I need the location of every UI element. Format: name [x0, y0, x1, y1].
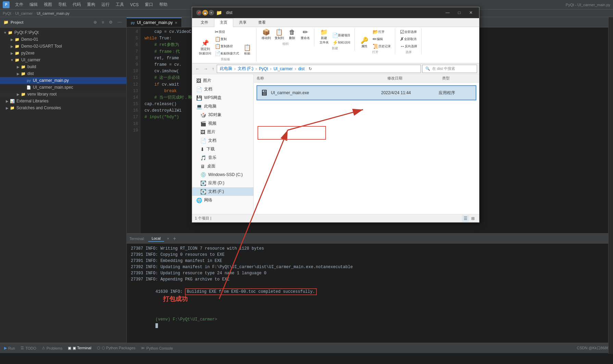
fe-copyto-btn[interactable]: 📋 复制到 [273, 28, 285, 41]
fe-minimize-btn[interactable]: — [442, 9, 453, 16]
fe-view-tiles-btn[interactable]: ⊞ [470, 215, 476, 222]
tree-demo01[interactable]: ▶ 📁 Demo-01 [0, 36, 126, 43]
fe-nav-wps[interactable]: 💾 WPS网盘 [192, 93, 253, 102]
fe-select-none-btn[interactable]: ✗ 全部取消 [399, 36, 418, 42]
tree-dist[interactable]: ▶ 📁 dist [0, 70, 126, 77]
status-problems[interactable]: ⚠ Problems [42, 346, 62, 350]
sidebar-collapse-btn[interactable]: ≡ [100, 19, 105, 25]
tree-external-libs[interactable]: ▶ 📊 External Libraries [0, 98, 126, 104]
fe-copy-btn[interactable]: 📋 复制 [213, 36, 240, 42]
fe-nav-docs[interactable]: 📄 文档 [192, 85, 253, 93]
fe-nav-music[interactable]: 🎵 音乐 [192, 153, 253, 162]
tree-main-py[interactable]: py UI_carmer_main.py [0, 77, 126, 84]
fe-path-bar[interactable]: 此电脑 › 文档 (F:) › PyQt › UI_carmer › dist … [217, 65, 421, 73]
fe-nav-video[interactable]: 🎬 视频 [192, 119, 253, 128]
fe-rename-btn[interactable]: ✏ 重命名 [299, 28, 311, 41]
fe-col-type[interactable]: 类型 [442, 76, 476, 81]
fe-path-docs[interactable]: 文档 (F:) [238, 66, 253, 72]
tree-demo02[interactable]: ▶ 📁 Demo-02-USART Tool [0, 43, 126, 50]
fe-easy-access-btn[interactable]: ⚡ 轻松访问 [331, 39, 352, 46]
fe-history-btn[interactable]: 📜 历史记录 [371, 43, 392, 49]
menu-refactor[interactable]: 重构 [84, 1, 98, 8]
terminal-add-btn[interactable]: + [171, 235, 178, 242]
sidebar-settings-btn[interactable]: ⚙ [108, 19, 114, 25]
fe-path-dist[interactable]: dist [298, 66, 305, 71]
menu-file[interactable]: 文件 [12, 1, 26, 8]
fe-edit-btn[interactable]: ✏ 编辑 [371, 36, 392, 42]
tab-close-btn[interactable]: ✕ [175, 21, 177, 25]
fe-arrow-btn[interactable]: ▼ [209, 10, 214, 15]
status-python-packages[interactable]: ⬡ ⬡ Python Packages [97, 346, 136, 350]
tree-py2exe[interactable]: ▶ 📁 py2exe [0, 50, 126, 57]
fe-nav-docs2[interactable]: 📄 文档 [192, 136, 253, 145]
fe-nav-docs-drive[interactable]: 💽 文档 (F:) [192, 187, 253, 196]
fe-delete-btn[interactable]: 🗑 删除 [286, 28, 298, 41]
fe-view-details-btn[interactable]: ☰ [462, 215, 469, 222]
fe-tab-home[interactable]: 主页 [214, 18, 233, 27]
status-terminal[interactable]: ▣ ▣ Terminal [68, 346, 91, 350]
fe-nav-computer[interactable]: 💻 此电脑 [192, 102, 253, 111]
fe-tab-share[interactable]: 共享 [233, 18, 252, 27]
fe-pin-quick-btn[interactable]: 📌 固定到快速访问 [198, 39, 213, 57]
fe-nav-pics2[interactable]: 🖼 图片 [192, 128, 253, 136]
menu-navigate[interactable]: 导航 [55, 1, 69, 8]
status-run[interactable]: ▶ Run [4, 346, 15, 350]
fe-cut-btn[interactable]: ✂ 剪切 [213, 28, 240, 35]
tree-uicarmer[interactable]: ▼ 📁 UI_carmer [0, 57, 126, 63]
sidebar-locate-btn[interactable]: ⊕ [92, 19, 98, 25]
fe-forward-btn[interactable]: → [202, 66, 209, 72]
status-todo[interactable]: ☰ TODO [21, 346, 36, 350]
fe-path-pyqt[interactable]: PyQt [259, 66, 268, 71]
fe-close-btn[interactable]: ✕ [465, 9, 476, 16]
fe-save-btn[interactable]: 💾 [202, 10, 208, 15]
menu-vcs[interactable]: VCS [127, 2, 141, 8]
menu-edit[interactable]: 编辑 [27, 1, 40, 8]
menu-window[interactable]: 窗口 [142, 1, 156, 8]
fe-path-computer[interactable]: 此电脑 [220, 66, 232, 72]
fe-nav-windows-ssd[interactable]: 💿 Windows-SSD (C:) [192, 171, 253, 179]
fe-copy-path-btn[interactable]: 📋 复制路径 [213, 43, 240, 49]
fe-nav-app-drive[interactable]: 💽 应用 (D:) [192, 179, 253, 187]
tree-scratches[interactable]: ▶ 📁 Scratches and Consoles [0, 104, 126, 111]
fe-nav-3d[interactable]: 🎲 3D对象 [192, 111, 253, 119]
editor-tab-main[interactable]: py UI_carmer_main.py ✕ [127, 17, 182, 27]
fe-pin-btn[interactable]: 📌 [196, 10, 202, 15]
fe-new-item-btn[interactable]: 📄 新建项目 [331, 32, 352, 38]
fe-select-all-btn[interactable]: ☑ 全部选择 [399, 28, 418, 35]
fe-maximize-btn[interactable]: □ [454, 9, 465, 16]
menu-code[interactable]: 代码 [70, 1, 84, 8]
status-python-console[interactable]: ≫ Python Console [141, 346, 173, 350]
fe-tab-file[interactable]: 文件 [195, 18, 214, 27]
fe-nav-download[interactable]: ⬇ 下载 [192, 145, 253, 153]
fe-back-btn[interactable]: ← [194, 66, 201, 72]
sidebar-gear-btn[interactable]: ⋯ [116, 19, 123, 25]
fe-search-box[interactable]: 🔍 在 dist 中搜索 [422, 65, 477, 73]
fe-up-btn[interactable]: ↑ [211, 66, 215, 72]
menu-run[interactable]: 运行 [99, 1, 112, 8]
terminal-content[interactable]: 27387 INFO: Writing RT_ICON 7 resource w… [127, 243, 613, 343]
fe-col-name[interactable]: 名称 [257, 76, 387, 81]
menu-help[interactable]: 帮助 [157, 1, 170, 8]
fe-refresh-btn[interactable]: ↻ [307, 66, 313, 72]
menu-tools[interactable]: 工具 [113, 1, 127, 8]
fe-moveto-btn[interactable]: 📦 移动到 [260, 28, 272, 41]
fe-path-uicarmer[interactable]: UI_carmer [274, 66, 293, 71]
fe-nav-desktop[interactable]: 🖥 桌面 [192, 162, 253, 171]
breadcrumb-pyqt[interactable]: PyQt [3, 11, 11, 15]
tree-main-spec[interactable]: 📄 UI_carmer_main.spec [0, 84, 126, 91]
tree-root[interactable]: ▼ 📁 PyQt F:\PyQt [0, 29, 126, 36]
fe-properties-btn[interactable]: 🔑 属性 [358, 37, 371, 49]
fe-open-btn[interactable]: 📂 打开 [371, 28, 392, 35]
fe-invert-select-btn[interactable]: ↔ 反向选择 [399, 43, 418, 49]
fe-file-exe[interactable]: 🖥 UI_carmer_main.exe 2022/4/24 11:44 应用程… [257, 85, 476, 100]
fe-col-date[interactable]: 修改日期 [387, 76, 442, 81]
fe-tab-view[interactable]: 查看 [252, 18, 272, 27]
fe-paste-shortcut-btn[interactable]: 📄 粘贴快捷方式 [213, 50, 240, 57]
terminal-tab-local[interactable]: Local [148, 236, 164, 242]
fe-paste-btn[interactable]: 📋 粘贴 [241, 44, 253, 57]
tree-venv[interactable]: ▶ 📁 venv library root [0, 91, 126, 98]
tree-build[interactable]: ▶ 📁 build [0, 63, 126, 70]
fe-nav-network[interactable]: 🌐 网络 [192, 196, 253, 204]
breadcrumb-uicarmer[interactable]: UI_carmer [15, 11, 33, 15]
fe-nav-pictures[interactable]: 🖼 图片 [192, 76, 253, 85]
